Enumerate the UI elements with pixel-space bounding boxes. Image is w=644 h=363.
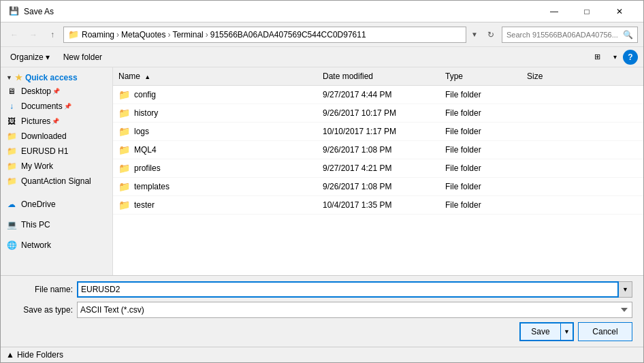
save-dropdown-button[interactable]: ▼	[560, 322, 574, 341]
sidebar-item-network[interactable]: 🌐 Network	[1, 238, 112, 253]
sidebar-item-documents[interactable]: ↓ Documents 📌	[1, 99, 112, 114]
toolbar2-right: ⊞ ▾ ?	[587, 50, 638, 65]
file-type-cell: File folder	[440, 159, 521, 177]
filename-label: File name:	[12, 285, 73, 294]
desktop-pin-icon: 📌	[52, 88, 60, 95]
file-date-cell: 10/10/2017 1:17 PM	[317, 123, 440, 140]
file-size-cell	[521, 141, 576, 159]
sidebar-item-quantaction[interactable]: 📁 QuantAction Signal	[1, 174, 112, 189]
col-type-header[interactable]: Type	[440, 69, 521, 84]
filename-row: File name: ▼	[12, 281, 632, 298]
sidebar-network-label: Network	[21, 240, 51, 250]
maximize-button[interactable]: □	[571, 3, 602, 20]
hide-folders-label: Hide Folders	[17, 350, 63, 360]
quick-access-label: Quick access	[25, 73, 78, 82]
folder-icon: 📁	[118, 108, 130, 119]
col-name-header[interactable]: Name ▲	[113, 69, 317, 84]
sidebar-pictures-label: Pictures	[21, 116, 50, 126]
up-button[interactable]: ↑	[44, 27, 61, 43]
file-date-cell: 9/26/2017 1:08 PM	[317, 178, 440, 195]
network-icon: 🌐	[6, 240, 17, 251]
col-date-header[interactable]: Date modified	[317, 69, 440, 84]
hide-folders-button[interactable]: ▲ Hide Folders	[6, 350, 63, 360]
search-input[interactable]	[506, 31, 623, 39]
sidebar-item-onedrive[interactable]: ☁ OneDrive	[1, 197, 112, 212]
file-size-cell	[521, 86, 576, 104]
dialog-icon: 💾	[9, 6, 20, 17]
sidebar-mywork-label: My Work	[21, 161, 53, 171]
table-row[interactable]: 📁 templates 9/26/2017 1:08 PM File folde…	[113, 178, 643, 196]
quick-access-header[interactable]: ▼ ★ Quick access	[1, 70, 112, 84]
table-row[interactable]: 📁 profiles 9/27/2017 4:21 PM File folder	[113, 159, 643, 178]
saveastype-select[interactable]: ASCII Text (*.csv)	[77, 302, 632, 318]
downloaded-icon: 📁	[6, 131, 17, 142]
folder-icon: 📁	[118, 200, 130, 210]
organize-label: Organize	[10, 52, 44, 62]
sidebar-item-thispc[interactable]: 💻 This PC	[1, 217, 112, 232]
pictures-icon: 🖼	[6, 116, 17, 127]
table-row[interactable]: 📁 config 9/27/2017 4:44 PM File folder	[113, 86, 643, 104]
sidebar-item-pictures[interactable]: 🖼 Pictures 📌	[1, 114, 112, 129]
file-name: MQL4	[134, 145, 157, 155]
view-button[interactable]: ⊞	[587, 50, 607, 65]
desktop-icon: 🖥	[6, 86, 17, 97]
search-button[interactable]: 🔍	[623, 30, 633, 40]
saveastype-label: Save as type:	[12, 305, 73, 315]
file-name-cell: 📁 history	[113, 104, 317, 122]
file-name: logs	[134, 127, 149, 136]
minimize-button[interactable]: —	[538, 3, 570, 20]
save-button[interactable]: Save	[519, 322, 560, 341]
table-row[interactable]: 📁 history 9/26/2017 10:17 PM File folder	[113, 104, 643, 123]
file-name: config	[134, 90, 156, 99]
organize-chevron-icon: ▾	[46, 52, 50, 62]
organize-button[interactable]: Organize ▾	[6, 51, 54, 63]
breadcrumb-folder: 915566BA06ADA407569C544CC0D97611	[210, 30, 366, 40]
file-type-cell: File folder	[440, 123, 521, 140]
breadcrumb-terminal: Terminal	[172, 30, 203, 40]
file-name-cell: 📁 profiles	[113, 159, 317, 177]
file-type-cell: File folder	[440, 178, 521, 195]
back-button[interactable]: ←	[6, 27, 22, 43]
main-area: ▼ ★ Quick access 🖥 Desktop 📌 ↓ Documents…	[1, 67, 643, 275]
folder-icon: 📁	[118, 126, 130, 137]
breadcrumb-roaming: Roaming	[82, 30, 114, 40]
sidebar-item-eurusd[interactable]: 📁 EURUSD H1	[1, 144, 112, 159]
table-row[interactable]: 📁 MQL4 9/26/2017 1:08 PM File folder	[113, 141, 643, 159]
sidebar-item-desktop[interactable]: 🖥 Desktop 📌	[1, 84, 112, 99]
refresh-button[interactable]: ↻	[483, 27, 499, 43]
table-row[interactable]: 📁 tester 10/4/2017 1:35 PM File folder	[113, 196, 643, 215]
file-name: tester	[134, 200, 155, 210]
col-size-header[interactable]: Size	[521, 69, 576, 84]
file-size-cell	[521, 178, 576, 195]
quick-access-arrow: ▼	[6, 74, 12, 81]
hide-folders-arrow-icon: ▲	[6, 350, 14, 360]
file-size-cell	[521, 104, 576, 122]
table-row[interactable]: 📁 logs 10/10/2017 1:17 PM File folder	[113, 123, 643, 141]
sidebar: ▼ ★ Quick access 🖥 Desktop 📌 ↓ Documents…	[1, 67, 113, 275]
file-rows-container: 📁 config 9/27/2017 4:44 PM File folder 📁…	[113, 86, 643, 215]
file-type-cell: File folder	[440, 86, 521, 104]
help-button[interactable]: ?	[623, 50, 638, 65]
forward-button[interactable]: →	[25, 27, 42, 43]
window-controls: — □ ✕	[538, 3, 635, 20]
file-name-cell: 📁 config	[113, 86, 317, 104]
organize-toolbar: Organize ▾ New folder ⊞ ▾ ?	[1, 47, 643, 67]
close-button[interactable]: ✕	[604, 3, 635, 20]
filename-input[interactable]	[77, 281, 619, 298]
save-button-wrapper: Save ▼	[519, 322, 574, 341]
breadcrumb-dropdown-button[interactable]: ▼	[469, 27, 480, 43]
view-dropdown-button[interactable]: ▾	[609, 50, 620, 65]
mywork-folder-icon: 📁	[6, 161, 17, 172]
file-date-cell: 9/26/2017 10:17 PM	[317, 104, 440, 122]
breadcrumb-folder-icon: 📁	[68, 29, 79, 40]
cancel-button[interactable]: Cancel	[578, 322, 632, 341]
sidebar-item-downloaded[interactable]: 📁 Downloaded	[1, 129, 112, 144]
pictures-pin-icon: 📌	[52, 118, 59, 125]
sidebar-item-mywork[interactable]: 📁 My Work	[1, 159, 112, 174]
file-date-cell: 10/4/2017 1:35 PM	[317, 196, 440, 214]
button-row: Save ▼ Cancel	[12, 322, 632, 341]
folder-icon: 📁	[118, 144, 130, 155]
new-folder-button[interactable]: New folder	[59, 51, 106, 63]
file-date-cell: 9/27/2017 4:21 PM	[317, 159, 440, 177]
filename-dropdown-button[interactable]: ▼	[619, 281, 632, 298]
